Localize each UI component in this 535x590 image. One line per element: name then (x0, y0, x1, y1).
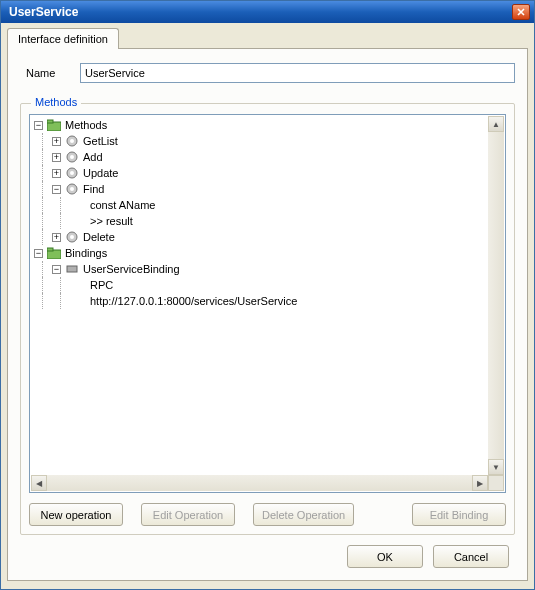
new-operation-button[interactable]: New operation (29, 503, 123, 526)
tree-label: Bindings (63, 247, 109, 259)
scroll-track[interactable] (47, 475, 472, 491)
tree-node-getlist[interactable]: + GetList (30, 133, 505, 149)
dialog-footer: OK Cancel (20, 535, 515, 570)
gear-icon (65, 134, 79, 148)
tabpage: Name Methods − (7, 48, 528, 581)
tree-label: http://127.0.0.1:8000/services/UserServi… (88, 295, 299, 307)
scroll-down-button[interactable]: ▼ (488, 459, 504, 475)
dialog-window: UserService Interface definition Name Me… (0, 0, 535, 590)
folder-icon (47, 246, 61, 260)
operation-buttons: New operation Edit Operation Delete Oper… (29, 503, 506, 526)
chevron-left-icon: ◀ (36, 479, 42, 488)
tree-container: − Methods + (29, 114, 506, 493)
gear-icon (65, 182, 79, 196)
svg-point-3 (70, 139, 74, 143)
tree-node-userservicebinding[interactable]: − UserServiceBinding (30, 261, 505, 277)
name-input[interactable] (80, 63, 515, 83)
scroll-right-button[interactable]: ▶ (472, 475, 488, 491)
svg-point-7 (70, 171, 74, 175)
name-label: Name (20, 67, 80, 79)
close-button[interactable] (512, 4, 530, 20)
svg-point-11 (70, 235, 74, 239)
expand-icon[interactable]: + (52, 137, 61, 146)
tree-leaf[interactable]: http://127.0.0.1:8000/services/UserServi… (30, 293, 505, 309)
tree-label: Delete (81, 231, 117, 243)
svg-point-5 (70, 155, 74, 159)
binding-icon (65, 262, 79, 276)
delete-operation-button[interactable]: Delete Operation (253, 503, 354, 526)
expand-icon[interactable]: + (52, 153, 61, 162)
scroll-corner (488, 475, 504, 491)
client-area: Interface definition Name Methods − (1, 23, 534, 589)
tabstrip: Interface definition (7, 28, 528, 49)
svg-rect-1 (47, 120, 53, 123)
tree-label: Add (81, 151, 105, 163)
tree-label: const AName (88, 199, 157, 211)
chevron-right-icon: ▶ (477, 479, 483, 488)
scroll-left-button[interactable]: ◀ (31, 475, 47, 491)
scroll-track[interactable] (488, 132, 504, 459)
collapse-icon[interactable]: − (52, 185, 61, 194)
tree-node-methods[interactable]: − Methods (30, 117, 505, 133)
horizontal-scrollbar[interactable]: ◀ ▶ (31, 475, 488, 491)
methods-groupbox: Methods − Methods (20, 103, 515, 535)
groupbox-legend: Methods (31, 96, 81, 108)
ok-button[interactable]: OK (347, 545, 423, 568)
tree-label: >> result (88, 215, 135, 227)
svg-rect-13 (47, 248, 53, 251)
chevron-up-icon: ▲ (492, 120, 500, 129)
tree-label: GetList (81, 135, 120, 147)
tree-node-add[interactable]: + Add (30, 149, 505, 165)
tree-node-delete[interactable]: + Delete (30, 229, 505, 245)
tree-node-bindings[interactable]: − Bindings (30, 245, 505, 261)
tree-label: Methods (63, 119, 109, 131)
svg-rect-14 (67, 266, 77, 272)
tab-interface-definition[interactable]: Interface definition (7, 28, 119, 49)
tree-leaf[interactable]: const AName (30, 197, 505, 213)
edit-operation-button[interactable]: Edit Operation (141, 503, 235, 526)
gear-icon (65, 150, 79, 164)
chevron-down-icon: ▼ (492, 463, 500, 472)
titlebar: UserService (1, 1, 534, 23)
expand-icon[interactable]: + (52, 233, 61, 242)
folder-icon (47, 118, 61, 132)
tree[interactable]: − Methods + (30, 115, 505, 492)
name-row: Name (20, 63, 515, 83)
tree-leaf[interactable]: RPC (30, 277, 505, 293)
svg-point-9 (70, 187, 74, 191)
scroll-up-button[interactable]: ▲ (488, 116, 504, 132)
tree-node-update[interactable]: + Update (30, 165, 505, 181)
collapse-icon[interactable]: − (34, 249, 43, 258)
tree-node-find[interactable]: − Find (30, 181, 505, 197)
gear-icon (65, 230, 79, 244)
tree-label: Update (81, 167, 120, 179)
collapse-icon[interactable]: − (52, 265, 61, 274)
cancel-button[interactable]: Cancel (433, 545, 509, 568)
close-icon (517, 8, 525, 16)
edit-binding-button[interactable]: Edit Binding (412, 503, 506, 526)
collapse-icon[interactable]: − (34, 121, 43, 130)
vertical-scrollbar[interactable]: ▲ ▼ (488, 116, 504, 475)
tree-label: RPC (88, 279, 115, 291)
expand-icon[interactable]: + (52, 169, 61, 178)
gear-icon (65, 166, 79, 180)
tree-leaf[interactable]: >> result (30, 213, 505, 229)
tree-label: UserServiceBinding (81, 263, 182, 275)
tree-label: Find (81, 183, 106, 195)
window-title: UserService (9, 5, 512, 19)
